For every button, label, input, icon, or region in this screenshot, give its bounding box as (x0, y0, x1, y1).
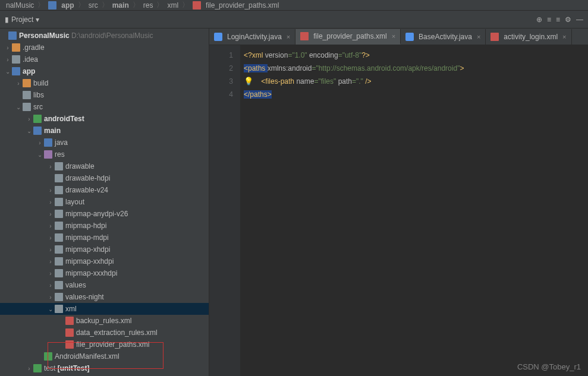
folder-icon (55, 257, 63, 266)
code-editor[interactable]: <?xml version="1.0" encoding="utf-8"?> <… (240, 45, 588, 376)
tree-values-night[interactable]: ›values-night (0, 291, 209, 303)
tree-androidTest[interactable]: ›androidTest (0, 113, 209, 125)
xml-file-icon (65, 317, 74, 325)
xml-icon (490, 33, 499, 41)
tree-main[interactable]: ⌄main (0, 125, 209, 137)
tree-drawable[interactable]: ›drawable (0, 160, 209, 172)
src-folder-icon (33, 127, 42, 135)
project-label[interactable]: ▮ Project ▾ (5, 15, 39, 24)
project-tree[interactable]: PersonalMusic D:\android\PersonalMusic ›… (0, 29, 209, 376)
xml-icon (300, 32, 309, 40)
editor-gutter[interactable]: 1234 (209, 45, 240, 376)
editor-area: LoginActivity.java× file_provider_paths.… (209, 29, 588, 376)
project-tool-header: ▮ Project ▾ ⊕ ≡ ≡ ⚙ — (0, 11, 588, 29)
breadcrumb: nalMusic〉 app〉 src〉 main〉 res〉 xml〉 file… (0, 0, 588, 11)
tree-file-provider[interactable]: file_provider_paths.xml (0, 339, 209, 350)
tree-src[interactable]: ⌄src (0, 101, 209, 113)
tree-drawable-hdpi[interactable]: drawable-hdpi (0, 172, 209, 184)
folder-icon (55, 245, 63, 254)
crumb-1[interactable]: app (46, 1, 76, 10)
folder-icon (23, 79, 31, 87)
xml-file-icon (65, 340, 74, 349)
tree-gradle[interactable]: ›.gradle (0, 42, 209, 53)
settings-icon[interactable]: ⚙ (565, 15, 571, 24)
tree-java[interactable]: ›java (0, 137, 209, 148)
crumb-2[interactable]: src (86, 1, 100, 10)
folder-icon (55, 233, 63, 242)
tree-libs[interactable]: libs (0, 89, 209, 101)
xml-icon (193, 1, 201, 10)
tree-mipmap-mdpi[interactable]: ›mipmap-mdpi (0, 232, 209, 244)
tree-app[interactable]: ⌄app (0, 65, 209, 77)
close-icon[interactable]: × (392, 33, 395, 40)
folder-icon (55, 174, 63, 182)
tree-manifest[interactable]: AndroidManifest.xml (0, 350, 209, 362)
editor-tab-bar: LoginActivity.java× file_provider_paths.… (209, 29, 588, 45)
crumb-6[interactable]: file_provider_paths.xml (190, 1, 281, 10)
folder-icon (55, 269, 63, 277)
module-icon (12, 67, 20, 75)
expand-all-icon[interactable]: ≡ (547, 15, 551, 24)
crumb-3[interactable]: main (110, 1, 131, 10)
folder-icon (55, 198, 63, 206)
tree-mipmap-xxxhdpi[interactable]: ›mipmap-xxxhdpi (0, 267, 209, 279)
tree-test[interactable]: ›test [unitTest] (0, 362, 209, 374)
folder-icon (55, 281, 63, 289)
minimize-icon[interactable]: — (576, 15, 583, 24)
tab-file-provider[interactable]: file_provider_paths.xml× (295, 29, 401, 45)
close-icon[interactable]: × (477, 33, 480, 40)
folder-icon (55, 222, 63, 230)
tree-build[interactable]: ›build (0, 77, 209, 89)
crumb-4[interactable]: res (141, 1, 156, 10)
folder-icon (55, 293, 63, 301)
manifest-icon (44, 352, 52, 361)
folder-icon (55, 186, 63, 194)
tree-values[interactable]: ›values (0, 279, 209, 291)
folder-icon (12, 55, 20, 64)
tab-base-activity[interactable]: BaseActivity.java× (401, 29, 486, 45)
tab-login-activity[interactable]: LoginActivity.java× (209, 29, 295, 45)
folder-icon (12, 43, 20, 52)
tree-drawable-v24[interactable]: ›drawable-v24 (0, 184, 209, 196)
module-icon (48, 1, 56, 10)
xml-file-icon (65, 328, 74, 337)
src-folder-icon (44, 138, 52, 147)
collapse-all-icon[interactable]: ≡ (556, 15, 560, 24)
tree-data-extraction[interactable]: data_extraction_rules.xml (0, 327, 209, 339)
project-icon (8, 31, 17, 40)
close-icon[interactable]: × (287, 33, 290, 40)
tab-activity-login[interactable]: activity_login.xml× (486, 29, 571, 45)
java-icon (405, 33, 414, 41)
java-icon (214, 33, 222, 41)
res-folder-icon (44, 150, 52, 159)
tree-backup-rules[interactable]: backup_rules.xml (0, 315, 209, 327)
tree-mipmap-xhdpi[interactable]: ›mipmap-xhdpi (0, 244, 209, 255)
crumb-5[interactable]: xml (165, 1, 181, 10)
tree-mipmap-xxhdpi[interactable]: ›mipmap-xxhdpi (0, 255, 209, 267)
intention-bulb-icon[interactable]: 💡 (244, 77, 253, 86)
tree-layout[interactable]: ›layout (0, 196, 209, 208)
test-folder-icon (33, 115, 42, 123)
tree-idea[interactable]: ›.idea (0, 53, 209, 65)
tree-res[interactable]: ⌄res (0, 148, 209, 160)
folder-icon (55, 305, 63, 313)
tree-root[interactable]: PersonalMusic D:\android\PersonalMusic (0, 30, 209, 42)
tree-mipmap-anydpi[interactable]: ›mipmap-anydpi-v26 (0, 208, 209, 220)
crumb-0[interactable]: nalMusic (4, 1, 36, 10)
folder-icon (23, 103, 31, 111)
folder-icon (23, 91, 31, 99)
watermark: CSDN @Tobey_r1 (517, 362, 581, 371)
folder-icon (55, 210, 63, 218)
folder-icon (55, 162, 63, 170)
select-opened-file-icon[interactable]: ⊕ (536, 15, 542, 24)
test-folder-icon (33, 364, 42, 372)
close-icon[interactable]: × (562, 33, 566, 40)
tree-mipmap-hdpi[interactable]: ›mipmap-hdpi (0, 220, 209, 232)
tree-xml[interactable]: ⌄xml (0, 303, 209, 315)
